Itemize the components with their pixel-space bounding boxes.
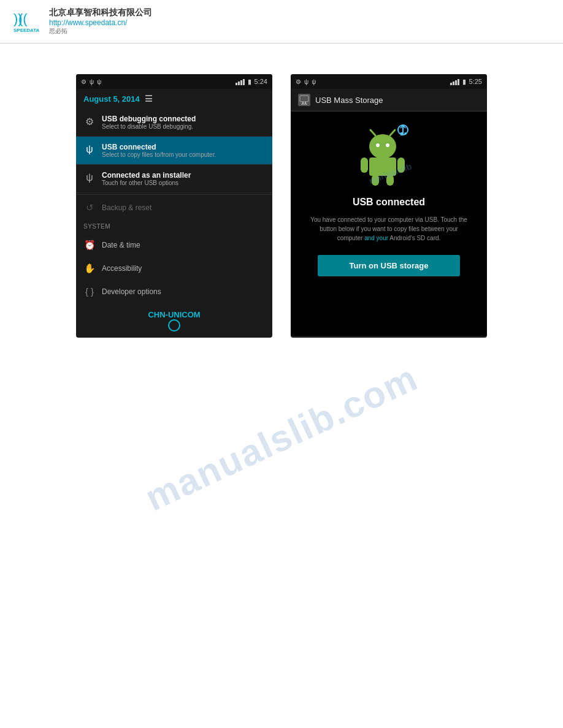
svg-rect-4 <box>302 102 304 104</box>
installer-icon: ψ <box>83 172 96 183</box>
speedata-logo: )) (( SPEEDATA <box>12 6 43 37</box>
svg-rect-3 <box>300 96 308 102</box>
debug-icon: ⚙ <box>83 116 96 127</box>
status-bar-2: ⚙ ψ ψ ▮ 5:25 <box>291 74 487 89</box>
system-section-label: SYSTEM <box>76 219 272 233</box>
watermark: manualslib.com <box>139 356 424 519</box>
main-content: ⚙ ψ ψ ▮ 5:24 August 5, 2014 ☰ ⚙ <box>0 50 563 362</box>
screen1-date-header: August 5, 2014 ☰ <box>76 89 272 108</box>
status-icons-left: ⚙ ψ ψ <box>81 78 101 85</box>
svg-point-12 <box>404 132 407 135</box>
settings-item-datetime[interactable]: ⏰ Date & time <box>76 233 272 257</box>
usb-icon-2: ψ <box>97 78 101 85</box>
signal-bars-2 <box>450 78 459 85</box>
date-label: August 5, 2014 <box>83 94 140 104</box>
usb-mass-storage-icon <box>298 94 310 106</box>
usb-connected-title-notif: USB connected <box>102 143 216 151</box>
logo-text: 北京卓享智和科技有限公司 http://www.speedata.cn/ 思必拓 <box>49 7 152 36</box>
accessibility-icon: ✋ <box>83 263 96 274</box>
home-button[interactable] <box>168 319 180 332</box>
signal-bar-2 <box>238 82 240 85</box>
installer-subtitle: Touch for other USB options <box>102 180 191 186</box>
usb-icon-4: ψ <box>312 78 316 85</box>
datetime-icon: ⏰ <box>83 240 96 251</box>
svg-rect-5 <box>305 102 306 104</box>
signal-bar-3 <box>240 80 242 85</box>
usb-desc-highlight: and your <box>364 235 388 241</box>
svg-point-15 <box>386 143 389 147</box>
svg-text:SPEEDATA: SPEEDATA <box>13 28 40 33</box>
signal-bar-7 <box>455 80 457 85</box>
status-right-1: ▮ 5:24 <box>236 78 267 86</box>
usb-mass-storage-titlebar: USB Mass Storage <box>291 89 487 112</box>
battery-icon-2: ▮ <box>462 78 466 86</box>
android-robot: manualslib <box>355 121 423 191</box>
usb-connected-heading: USB connected <box>353 197 425 208</box>
signal-bars <box>236 78 245 85</box>
status-time-2: 5:25 <box>469 78 482 85</box>
logo-area: )) (( SPEEDATA 北京卓享智和科技有限公司 http://www.s… <box>12 6 152 37</box>
settings-item-developer[interactable]: { } Developer options <box>76 280 272 303</box>
status-bar-1: ⚙ ψ ψ ▮ 5:24 <box>76 74 272 89</box>
status-right-2: ▮ 5:25 <box>450 78 482 86</box>
usb-connected-subtitle: Select to copy files to/from your comput… <box>102 151 216 158</box>
settings-icon-header: ☰ <box>145 94 153 104</box>
svg-rect-19 <box>361 157 368 173</box>
debug-subtitle: Select to disable USB debugging. <box>102 123 196 130</box>
svg-point-13 <box>369 134 396 159</box>
android-icon-2: ⚙ <box>296 78 301 85</box>
phone-screen-2: ⚙ ψ ψ ▮ 5:25 <box>291 74 487 338</box>
settings-item-accessibility[interactable]: ✋ Accessibility <box>76 257 272 280</box>
usb-mass-storage-title: USB Mass Storage <box>315 96 383 105</box>
usb-connected-content: USB connected Select to copy files to/fr… <box>102 143 216 158</box>
debug-title: USB debugging connected <box>102 115 196 123</box>
signal-bar-8 <box>458 79 459 85</box>
status-icons-left-2: ⚙ ψ ψ <box>296 78 316 85</box>
notification-usb-connected[interactable]: ψ USB connected Select to copy files to/… <box>76 137 272 165</box>
signal-bar-6 <box>453 82 454 85</box>
usb-icon-1: ψ <box>90 78 94 85</box>
signal-bar-4 <box>243 79 245 85</box>
usb-description: You have connected to your computer via … <box>300 215 478 243</box>
settings-item-backup[interactable]: ↺ Backup & reset <box>76 196 272 219</box>
svg-rect-6 <box>301 104 307 105</box>
svg-line-17 <box>390 130 395 135</box>
carrier-overlay: CHN-UNICOM <box>148 310 200 319</box>
svg-text:((: (( <box>18 11 28 26</box>
usb-mass-storage-body: manualslib USB connected You have connec… <box>291 112 487 336</box>
svg-line-16 <box>370 130 375 135</box>
installer-title: Connected as an installer <box>102 171 191 180</box>
page-header: )) (( SPEEDATA 北京卓享智和科技有限公司 http://www.s… <box>0 0 563 44</box>
backup-icon: ↺ <box>83 202 96 213</box>
debug-content: USB debugging connected Select to disabl… <box>102 115 196 130</box>
notification-installer[interactable]: ψ Connected as an installer Touch for ot… <box>76 165 272 193</box>
status-time-1: 5:24 <box>255 78 267 85</box>
accessibility-label: Accessibility <box>102 264 142 273</box>
developer-icon: { } <box>83 286 96 297</box>
divider-1 <box>76 194 272 195</box>
backup-label: Backup & reset <box>102 203 151 212</box>
signal-bar-5 <box>450 83 452 85</box>
developer-label: Developer options <box>102 287 161 296</box>
company-url: http://www.speedata.cn/ <box>49 18 152 27</box>
turn-on-usb-storage-button[interactable]: Turn on USB storage <box>318 255 460 276</box>
usb-notif-icon: ψ <box>83 144 96 155</box>
datetime-label: Date & time <box>102 241 140 249</box>
phone-screen-1: ⚙ ψ ψ ▮ 5:24 August 5, 2014 ☰ ⚙ <box>76 74 272 338</box>
company-name: 北京卓享智和科技有限公司 <box>49 7 152 18</box>
signal-bar-1 <box>236 83 237 85</box>
installer-content: Connected as an installer Touch for othe… <box>102 171 191 186</box>
svg-rect-11 <box>400 132 403 135</box>
notification-usb-debugging[interactable]: ⚙ USB debugging connected Select to disa… <box>76 108 272 137</box>
company-sub: 思必拓 <box>49 27 152 36</box>
svg-point-14 <box>376 143 380 147</box>
usb-icon-3: ψ <box>304 78 308 85</box>
android-icon: ⚙ <box>81 78 86 85</box>
battery-icon: ▮ <box>248 78 251 86</box>
